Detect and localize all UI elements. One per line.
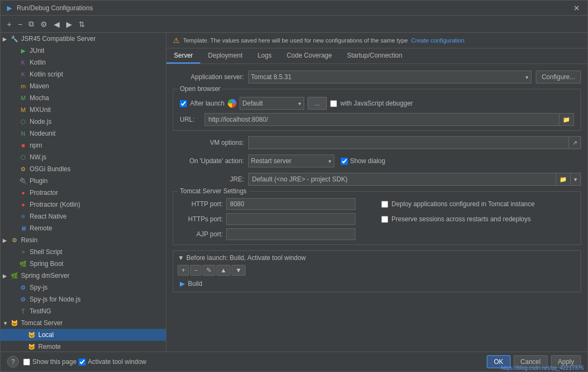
after-launch-label: After launch <box>190 100 225 107</box>
tab-server[interactable]: Server <box>166 48 200 64</box>
before-launch-edit-button[interactable]: ✎ <box>202 265 215 276</box>
show-page-row: Show this page Activate tool window <box>23 358 146 366</box>
tree-icon-spy_js_node: ⚙ <box>19 295 27 304</box>
configure-button[interactable]: Configure... <box>536 71 581 83</box>
tree-item-spy_js[interactable]: ⚙Spy-js <box>1 282 166 293</box>
tree-item-react_native[interactable]: ⚛React Native <box>1 210 166 222</box>
tab-deployment[interactable]: Deployment <box>200 48 250 64</box>
tree-icon-npm: ■ <box>19 141 27 150</box>
tree-item-mxunit[interactable]: MMXUnit <box>1 104 166 116</box>
https-port-row: HTTPs port: <box>180 213 373 225</box>
tree-item-maven[interactable]: mMaven <box>1 80 166 92</box>
tree-icon-jsr45: 🔧 <box>10 34 19 43</box>
close-button[interactable]: ✕ <box>570 3 583 13</box>
create-config-link[interactable]: Create configuration <box>411 37 464 44</box>
settings-button[interactable]: ⚙ <box>38 19 50 30</box>
before-launch-add-button[interactable]: + <box>178 265 189 276</box>
browser-dots-button[interactable]: ... <box>307 97 327 110</box>
left-panel: ▶🔧JSR45 Compatible Server ▶JUnit KKotlin… <box>1 33 166 352</box>
app-server-select[interactable]: Tomcat 8.5.31 <box>248 71 531 83</box>
tree-item-nodeunit[interactable]: NNodeunit <box>1 128 166 139</box>
tree-item-osgi[interactable]: ⚙OSGi Bundles <box>1 163 166 175</box>
tree-item-remote[interactable]: 🖥Remote <box>1 222 166 234</box>
deploy-apps-checkbox[interactable] <box>381 201 388 208</box>
tree-icon-maven: m <box>19 82 27 90</box>
tree-label-nodeunit: Nodeunit <box>30 130 55 137</box>
tab-logs[interactable]: Logs <box>250 48 279 64</box>
tree-item-nwjs[interactable]: ⬡NW.js <box>1 151 166 163</box>
vm-expand-button[interactable]: ↗ <box>569 136 581 149</box>
ajp-port-input[interactable] <box>226 228 355 240</box>
tree-label-nwjs: NW.js <box>30 153 46 161</box>
tree-item-resin[interactable]: ▶⚙Resin <box>1 234 166 246</box>
before-launch-collapse-icon[interactable]: ▼ <box>178 254 184 262</box>
before-launch-up-button[interactable]: ▲ <box>216 265 230 276</box>
tab-bar: Server Deployment Logs Code Coverage Sta… <box>166 48 587 64</box>
tree-item-mocha[interactable]: MMocha <box>1 92 166 104</box>
tree-item-nodejs[interactable]: ⬡Node.js <box>1 116 166 128</box>
jre-browse-button[interactable]: 📁 <box>556 173 571 186</box>
tree-item-plugin[interactable]: 🔌Plugin <box>1 175 166 187</box>
tree-item-protractor_kotlin[interactable]: ●Protractor (Kotlin) <box>1 199 166 210</box>
tomcat-settings-legend: Tomcat Server Settings <box>178 187 249 195</box>
url-input[interactable] <box>205 113 559 126</box>
tree-label-testng: TestNG <box>30 307 51 315</box>
move-right-button[interactable]: ▶ <box>64 19 74 30</box>
tree-item-kotlin_script[interactable]: KKotlin script <box>1 68 166 80</box>
tree-item-local[interactable]: 🐱Local <box>1 329 166 341</box>
tree-icon-junit: ▶ <box>19 46 27 55</box>
preserve-sessions-row: Preserve sessions across restarts and re… <box>381 213 574 225</box>
url-browse-button[interactable]: 📁 <box>559 113 574 126</box>
on-update-select[interactable]: Restart server <box>248 155 334 167</box>
tree-icon-nodejs: ⬡ <box>19 117 27 126</box>
browser-select[interactable]: Default <box>240 97 304 110</box>
js-debugger-checkbox[interactable] <box>330 100 337 107</box>
help-button[interactable]: ? <box>7 356 19 368</box>
preserve-sessions-label: Preserve sessions across restarts and re… <box>391 215 531 223</box>
before-launch-down-button[interactable]: ▼ <box>232 265 246 276</box>
tree-item-jsr45[interactable]: ▶🔧JSR45 Compatible Server <box>1 33 166 45</box>
show-dialog-label: Show dialog <box>350 157 385 165</box>
move-left-button[interactable]: ◀ <box>52 19 62 30</box>
before-launch-remove-button[interactable]: − <box>190 265 201 276</box>
tree-icon-mocha: M <box>19 94 27 102</box>
copy-config-button[interactable]: ⧉ <box>26 18 36 30</box>
tree-label-junit: JUnit <box>30 47 44 54</box>
tree-label-plugin: Plugin <box>30 177 47 185</box>
tree-item-shell_script[interactable]: >Shell Script <box>1 246 166 258</box>
tree-item-junit[interactable]: ▶JUnit <box>1 45 166 57</box>
tree-item-remote2[interactable]: 🐱Remote <box>1 341 166 352</box>
tree-icon-resin: ⚙ <box>10 236 19 244</box>
preserve-sessions-checkbox[interactable] <box>381 216 388 223</box>
warning-icon: ⚠ <box>173 36 180 45</box>
tree-icon-protractor_kotlin: ● <box>19 200 27 209</box>
https-port-input[interactable] <box>226 213 355 225</box>
tree-item-tomcat_server[interactable]: ▼🐱Tomcat Server <box>1 317 166 329</box>
tree-item-testng[interactable]: TTestNG <box>1 305 166 317</box>
watermark: https://blog.csdn.net/qq_42217376 <box>501 365 584 371</box>
tree-item-protractor[interactable]: ●Protractor <box>1 187 166 199</box>
vm-options-input[interactable] <box>248 136 569 149</box>
http-port-input[interactable] <box>226 198 355 210</box>
tab-startup-connection[interactable]: Startup/Connection <box>339 48 410 64</box>
warning-text: Template. The values saved here will be … <box>183 37 408 44</box>
activate-tool-window-checkbox[interactable] <box>79 359 86 366</box>
tree-item-spy_js_node[interactable]: ⚙Spy-js for Node.js <box>1 293 166 305</box>
show-dialog-checkbox[interactable] <box>341 158 348 165</box>
tree-label-tomcat_server: Tomcat Server <box>21 319 62 327</box>
port-grid: HTTP port: Deploy applications configure… <box>180 198 574 240</box>
show-page-checkbox[interactable] <box>23 359 30 366</box>
sort-button[interactable]: ⇅ <box>76 19 87 30</box>
jre-dropdown-button[interactable]: ▾ <box>571 173 581 186</box>
add-config-button[interactable]: + <box>5 19 13 30</box>
tree-icon-spring_boot: 🌿 <box>19 259 27 268</box>
jre-input[interactable] <box>248 173 556 186</box>
tree-item-npm[interactable]: ■npm <box>1 139 166 151</box>
tree-icon-react_native: ⚛ <box>19 212 27 221</box>
after-launch-checkbox[interactable] <box>180 100 187 107</box>
remove-config-button[interactable]: − <box>16 19 24 30</box>
tab-code-coverage[interactable]: Code Coverage <box>279 48 339 64</box>
tree-item-spring_boot[interactable]: 🌿Spring Boot <box>1 258 166 270</box>
tree-item-kotlin[interactable]: KKotlin <box>1 57 166 68</box>
tree-item-spring_dmserver[interactable]: ▶🌿Spring dmServer <box>1 270 166 282</box>
